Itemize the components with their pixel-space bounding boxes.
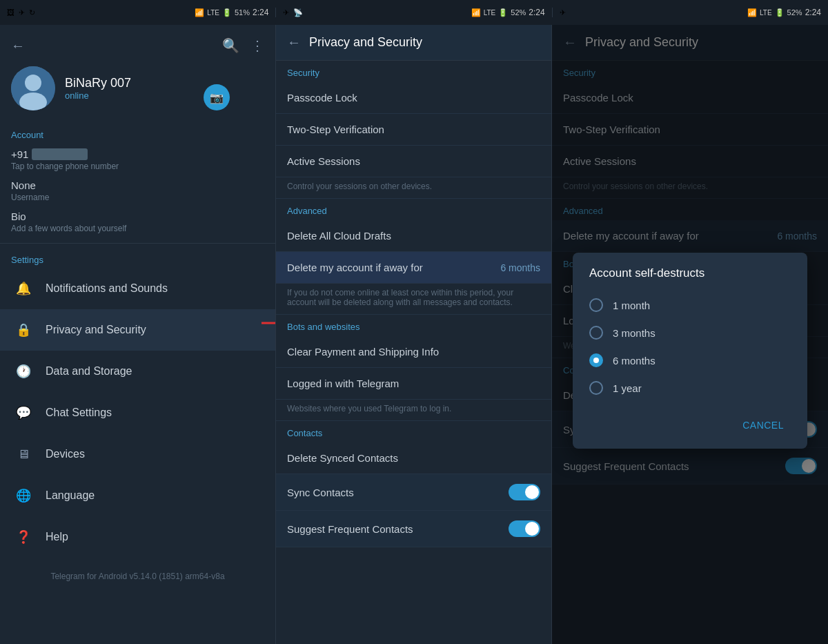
cancel-button[interactable]: CANCEL: [736, 416, 791, 435]
notifications-icon: 🔔: [11, 276, 36, 301]
send-icon: ✈: [19, 8, 25, 17]
send-icon-3: ✈: [560, 8, 566, 17]
version-text: Telegram for Android v5.14.0 (1851) arm6…: [0, 560, 275, 592]
status-segment-1: 🖼 ✈ ↻ 📶 LTE 🔋 51% 2:24: [0, 8, 276, 17]
back-icon-p2[interactable]: ←: [287, 35, 301, 50]
panel-privacy: ← Privacy and Security Security Passcode…: [276, 25, 552, 644]
label-3-months: 3 months: [613, 327, 656, 339]
clear-payment-item[interactable]: Clear Payment and Shipping Info: [276, 336, 551, 368]
bots-subtext: Websites where you used Telegram to log …: [276, 400, 551, 421]
sync-contacts-toggle[interactable]: [509, 484, 540, 500]
settings-item-chat[interactable]: 💬 Chat Settings: [0, 392, 275, 433]
send-icon-2: ✈: [283, 8, 289, 17]
delete-account-item[interactable]: Delete my account if away for 6 months: [276, 252, 551, 284]
two-step-item[interactable]: Two-Step Verification: [276, 114, 551, 146]
chat-label: Chat Settings: [46, 407, 112, 419]
profile-cover: BiNaRy 007 online 📷: [11, 59, 264, 121]
signal-icon-3: 📶: [747, 8, 757, 17]
bio-item[interactable]: Bio Add a few words about yourself: [11, 206, 264, 237]
logged-in-telegram-item[interactable]: Logged in with Telegram: [276, 368, 551, 400]
profile-details: Account +91 ■■■■■■■■■ Tap to change phon…: [0, 121, 275, 244]
contacts-section-header: Contacts: [276, 421, 551, 442]
chat-icon: 💬: [11, 400, 36, 425]
privacy-panel-header: ← Privacy and Security: [276, 25, 551, 61]
label-1-year: 1 year: [613, 382, 642, 394]
settings-item-notifications[interactable]: 🔔 Notifications and Sounds: [0, 268, 275, 309]
avatar[interactable]: [11, 66, 55, 110]
language-label: Language: [46, 489, 95, 502]
option-6-months[interactable]: 6 months: [589, 347, 791, 374]
delete-account-label: Delete my account if away for: [287, 262, 423, 273]
main-content: ← 🔍 ⋮ BiNaRy 007: [0, 25, 828, 644]
settings-item-devices[interactable]: 🖥 Devices: [0, 433, 275, 475]
sync-contacts-item[interactable]: Sync Contacts: [276, 474, 551, 511]
suggest-frequent-item[interactable]: Suggest Frequent Contacts: [276, 511, 551, 547]
menu-icon-p1[interactable]: ⋮: [250, 37, 264, 54]
help-label: Help: [46, 531, 68, 543]
lte-badge-2: LTE: [484, 9, 496, 17]
suggest-frequent-toggle[interactable]: [509, 520, 540, 537]
active-sessions-item[interactable]: Active Sessions: [276, 146, 551, 177]
search-icon-p1[interactable]: 🔍: [222, 37, 239, 54]
phone-item[interactable]: +91 ■■■■■■■■■ Tap to change phone number: [11, 144, 264, 175]
passcode-lock-item[interactable]: Passcode Lock: [276, 82, 551, 114]
wifi-icon-2: 📡: [293, 8, 303, 17]
option-1-year[interactable]: 1 year: [589, 374, 791, 402]
battery-icon-1: 🔋: [222, 8, 232, 17]
signal-icon-1: 📶: [195, 8, 204, 17]
camera-button[interactable]: 📷: [204, 84, 230, 110]
label-6-months: 6 months: [613, 355, 656, 367]
delete-cloud-drafts-item[interactable]: Delete All Cloud Drafts: [276, 220, 551, 252]
back-icon-p1[interactable]: ←: [11, 38, 25, 54]
label-1-month: 1 month: [613, 300, 650, 311]
data-icon: 🕐: [11, 359, 36, 384]
lte-badge-3: LTE: [760, 9, 772, 17]
radio-6-months[interactable]: [589, 353, 603, 367]
profile-name: BiNaRy 007: [65, 76, 131, 90]
battery-pct-2: 52%: [511, 8, 526, 17]
devices-icon: 🖥: [11, 442, 36, 467]
settings-menu: Settings 🔔 Notifications and Sounds 🔒 Pr…: [0, 244, 275, 560]
sync-contacts-label: Sync Contacts: [287, 487, 354, 498]
time-2: 2:24: [529, 8, 544, 17]
phone-label: Tap to change phone number: [11, 162, 264, 171]
status-segment-3: ✈ 📶 LTE 🔋 52% 2:24: [553, 8, 828, 17]
time-1: 2:24: [253, 8, 268, 17]
photo-icon: 🖼: [7, 8, 14, 17]
username-value: None: [11, 179, 264, 191]
language-icon: 🌐: [11, 483, 36, 508]
settings-item-data[interactable]: 🕐 Data and Storage: [0, 351, 275, 392]
privacy-panel-title: Privacy and Security: [309, 35, 422, 50]
time-3: 2:24: [805, 8, 821, 17]
settings-item-language[interactable]: 🌐 Language: [0, 475, 275, 516]
delete-synced-contacts-item[interactable]: Delete Synced Contacts: [276, 442, 551, 474]
settings-item-privacy[interactable]: 🔒 Privacy and Security: [0, 309, 275, 351]
settings-item-help[interactable]: ❓ Help: [0, 516, 275, 558]
security-section-header: Security: [276, 61, 551, 82]
battery-pct-3: 52%: [787, 8, 802, 17]
privacy-label: Privacy and Security: [46, 324, 146, 336]
status-bar: 🖼 ✈ ↻ 📶 LTE 🔋 51% 2:24 ✈ 📡 📶 LTE 🔋 52% 2…: [0, 0, 828, 25]
notifications-label: Notifications and Sounds: [46, 282, 168, 295]
radio-1-year[interactable]: [589, 381, 603, 395]
devices-label: Devices: [46, 448, 85, 460]
radio-1-month[interactable]: [589, 298, 603, 312]
bots-section-header: Bots and websites: [276, 315, 551, 336]
account-section-title: Account: [11, 130, 264, 140]
data-label: Data and Storage: [46, 365, 132, 378]
camera-icon: 📷: [210, 91, 224, 104]
battery-icon-2: 🔋: [498, 8, 508, 17]
option-3-months[interactable]: 3 months: [589, 319, 791, 347]
settings-section-title: Settings: [0, 246, 275, 268]
signal-icon-2: 📶: [471, 8, 481, 17]
security-subtext: Control your sessions on other devices.: [276, 177, 551, 199]
option-1-month[interactable]: 1 month: [589, 291, 791, 319]
radio-3-months[interactable]: [589, 326, 603, 340]
bio-value: Bio: [11, 211, 264, 222]
battery-pct-1: 51%: [235, 8, 250, 17]
privacy-icon: 🔒: [11, 318, 36, 342]
advanced-subtext: If you do not come online at least once …: [276, 284, 551, 315]
profile-nav: ← 🔍 ⋮: [11, 32, 264, 59]
username-item[interactable]: None Username: [11, 175, 264, 206]
username-label: Username: [11, 193, 264, 202]
